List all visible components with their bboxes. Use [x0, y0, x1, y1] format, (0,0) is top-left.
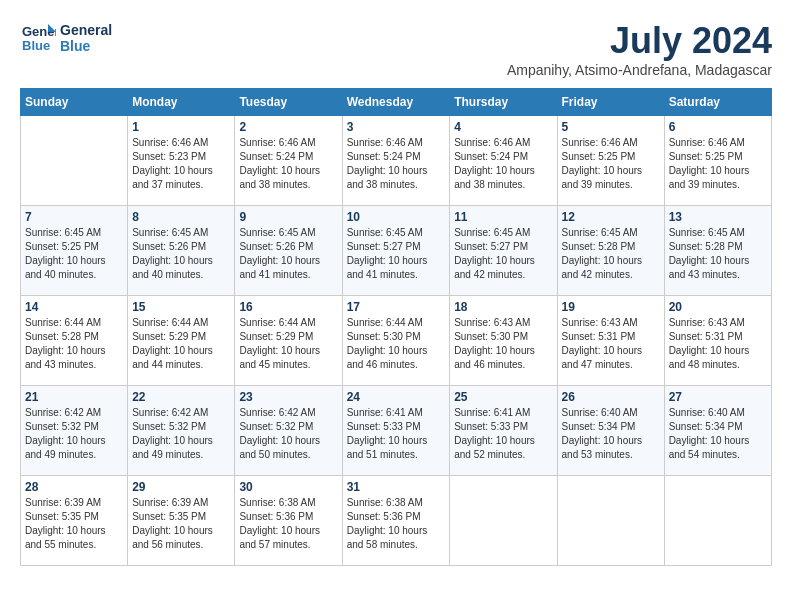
day-number: 31: [347, 480, 446, 494]
day-number: 22: [132, 390, 230, 404]
day-number: 27: [669, 390, 767, 404]
day-info: Sunrise: 6:39 AM Sunset: 5:35 PM Dayligh…: [25, 496, 123, 552]
calendar-table: SundayMondayTuesdayWednesdayThursdayFrid…: [20, 88, 772, 566]
weekday-header-thursday: Thursday: [450, 89, 557, 116]
day-number: 13: [669, 210, 767, 224]
day-info: Sunrise: 6:46 AM Sunset: 5:24 PM Dayligh…: [239, 136, 337, 192]
day-cell-7: 7Sunrise: 6:45 AM Sunset: 5:25 PM Daylig…: [21, 206, 128, 296]
day-cell-14: 14Sunrise: 6:44 AM Sunset: 5:28 PM Dayli…: [21, 296, 128, 386]
day-info: Sunrise: 6:38 AM Sunset: 5:36 PM Dayligh…: [239, 496, 337, 552]
day-info: Sunrise: 6:43 AM Sunset: 5:30 PM Dayligh…: [454, 316, 552, 372]
day-cell-2: 2Sunrise: 6:46 AM Sunset: 5:24 PM Daylig…: [235, 116, 342, 206]
day-number: 26: [562, 390, 660, 404]
day-number: 2: [239, 120, 337, 134]
day-info: Sunrise: 6:38 AM Sunset: 5:36 PM Dayligh…: [347, 496, 446, 552]
day-number: 3: [347, 120, 446, 134]
day-cell-27: 27Sunrise: 6:40 AM Sunset: 5:34 PM Dayli…: [664, 386, 771, 476]
day-cell-15: 15Sunrise: 6:44 AM Sunset: 5:29 PM Dayli…: [128, 296, 235, 386]
empty-cell: [450, 476, 557, 566]
day-cell-16: 16Sunrise: 6:44 AM Sunset: 5:29 PM Dayli…: [235, 296, 342, 386]
day-number: 29: [132, 480, 230, 494]
day-info: Sunrise: 6:43 AM Sunset: 5:31 PM Dayligh…: [562, 316, 660, 372]
day-number: 10: [347, 210, 446, 224]
day-info: Sunrise: 6:46 AM Sunset: 5:23 PM Dayligh…: [132, 136, 230, 192]
day-info: Sunrise: 6:45 AM Sunset: 5:25 PM Dayligh…: [25, 226, 123, 282]
day-info: Sunrise: 6:41 AM Sunset: 5:33 PM Dayligh…: [454, 406, 552, 462]
day-cell-21: 21Sunrise: 6:42 AM Sunset: 5:32 PM Dayli…: [21, 386, 128, 476]
day-cell-6: 6Sunrise: 6:46 AM Sunset: 5:25 PM Daylig…: [664, 116, 771, 206]
week-row-5: 28Sunrise: 6:39 AM Sunset: 5:35 PM Dayli…: [21, 476, 772, 566]
day-number: 16: [239, 300, 337, 314]
day-cell-24: 24Sunrise: 6:41 AM Sunset: 5:33 PM Dayli…: [342, 386, 450, 476]
day-number: 14: [25, 300, 123, 314]
day-info: Sunrise: 6:44 AM Sunset: 5:29 PM Dayligh…: [132, 316, 230, 372]
day-cell-18: 18Sunrise: 6:43 AM Sunset: 5:30 PM Dayli…: [450, 296, 557, 386]
day-number: 25: [454, 390, 552, 404]
empty-cell: [557, 476, 664, 566]
weekday-header-friday: Friday: [557, 89, 664, 116]
empty-cell: [664, 476, 771, 566]
day-info: Sunrise: 6:46 AM Sunset: 5:25 PM Dayligh…: [562, 136, 660, 192]
day-cell-10: 10Sunrise: 6:45 AM Sunset: 5:27 PM Dayli…: [342, 206, 450, 296]
logo-general: General: [60, 22, 112, 38]
week-row-2: 7Sunrise: 6:45 AM Sunset: 5:25 PM Daylig…: [21, 206, 772, 296]
week-row-4: 21Sunrise: 6:42 AM Sunset: 5:32 PM Dayli…: [21, 386, 772, 476]
day-number: 7: [25, 210, 123, 224]
day-cell-11: 11Sunrise: 6:45 AM Sunset: 5:27 PM Dayli…: [450, 206, 557, 296]
day-cell-22: 22Sunrise: 6:42 AM Sunset: 5:32 PM Dayli…: [128, 386, 235, 476]
week-row-1: 1Sunrise: 6:46 AM Sunset: 5:23 PM Daylig…: [21, 116, 772, 206]
day-number: 4: [454, 120, 552, 134]
logo-blue: Blue: [60, 38, 112, 54]
day-number: 5: [562, 120, 660, 134]
day-info: Sunrise: 6:42 AM Sunset: 5:32 PM Dayligh…: [25, 406, 123, 462]
day-number: 28: [25, 480, 123, 494]
day-info: Sunrise: 6:45 AM Sunset: 5:26 PM Dayligh…: [239, 226, 337, 282]
day-number: 24: [347, 390, 446, 404]
day-info: Sunrise: 6:44 AM Sunset: 5:28 PM Dayligh…: [25, 316, 123, 372]
page-header: General Blue General Blue July 2024 Ampa…: [20, 20, 772, 78]
empty-cell: [21, 116, 128, 206]
day-info: Sunrise: 6:40 AM Sunset: 5:34 PM Dayligh…: [562, 406, 660, 462]
day-info: Sunrise: 6:40 AM Sunset: 5:34 PM Dayligh…: [669, 406, 767, 462]
weekday-header-tuesday: Tuesday: [235, 89, 342, 116]
location-label: Ampanihy, Atsimo-Andrefana, Madagascar: [507, 62, 772, 78]
day-info: Sunrise: 6:45 AM Sunset: 5:28 PM Dayligh…: [669, 226, 767, 282]
day-cell-23: 23Sunrise: 6:42 AM Sunset: 5:32 PM Dayli…: [235, 386, 342, 476]
day-cell-13: 13Sunrise: 6:45 AM Sunset: 5:28 PM Dayli…: [664, 206, 771, 296]
day-cell-1: 1Sunrise: 6:46 AM Sunset: 5:23 PM Daylig…: [128, 116, 235, 206]
day-cell-12: 12Sunrise: 6:45 AM Sunset: 5:28 PM Dayli…: [557, 206, 664, 296]
day-cell-8: 8Sunrise: 6:45 AM Sunset: 5:26 PM Daylig…: [128, 206, 235, 296]
logo-icon: General Blue: [20, 20, 56, 56]
day-cell-5: 5Sunrise: 6:46 AM Sunset: 5:25 PM Daylig…: [557, 116, 664, 206]
day-number: 9: [239, 210, 337, 224]
day-info: Sunrise: 6:44 AM Sunset: 5:29 PM Dayligh…: [239, 316, 337, 372]
title-block: July 2024 Ampanihy, Atsimo-Andrefana, Ma…: [507, 20, 772, 78]
day-info: Sunrise: 6:43 AM Sunset: 5:31 PM Dayligh…: [669, 316, 767, 372]
day-number: 11: [454, 210, 552, 224]
day-cell-20: 20Sunrise: 6:43 AM Sunset: 5:31 PM Dayli…: [664, 296, 771, 386]
day-number: 8: [132, 210, 230, 224]
day-cell-3: 3Sunrise: 6:46 AM Sunset: 5:24 PM Daylig…: [342, 116, 450, 206]
day-info: Sunrise: 6:46 AM Sunset: 5:25 PM Dayligh…: [669, 136, 767, 192]
day-number: 23: [239, 390, 337, 404]
day-info: Sunrise: 6:46 AM Sunset: 5:24 PM Dayligh…: [454, 136, 552, 192]
day-number: 6: [669, 120, 767, 134]
weekday-header-monday: Monday: [128, 89, 235, 116]
day-info: Sunrise: 6:42 AM Sunset: 5:32 PM Dayligh…: [132, 406, 230, 462]
day-number: 19: [562, 300, 660, 314]
day-number: 15: [132, 300, 230, 314]
month-title: July 2024: [507, 20, 772, 62]
weekday-header-wednesday: Wednesday: [342, 89, 450, 116]
day-number: 18: [454, 300, 552, 314]
day-cell-28: 28Sunrise: 6:39 AM Sunset: 5:35 PM Dayli…: [21, 476, 128, 566]
week-row-3: 14Sunrise: 6:44 AM Sunset: 5:28 PM Dayli…: [21, 296, 772, 386]
day-info: Sunrise: 6:39 AM Sunset: 5:35 PM Dayligh…: [132, 496, 230, 552]
day-number: 12: [562, 210, 660, 224]
day-cell-26: 26Sunrise: 6:40 AM Sunset: 5:34 PM Dayli…: [557, 386, 664, 476]
day-info: Sunrise: 6:44 AM Sunset: 5:30 PM Dayligh…: [347, 316, 446, 372]
day-info: Sunrise: 6:45 AM Sunset: 5:27 PM Dayligh…: [347, 226, 446, 282]
day-cell-29: 29Sunrise: 6:39 AM Sunset: 5:35 PM Dayli…: [128, 476, 235, 566]
day-number: 21: [25, 390, 123, 404]
day-cell-4: 4Sunrise: 6:46 AM Sunset: 5:24 PM Daylig…: [450, 116, 557, 206]
day-cell-31: 31Sunrise: 6:38 AM Sunset: 5:36 PM Dayli…: [342, 476, 450, 566]
